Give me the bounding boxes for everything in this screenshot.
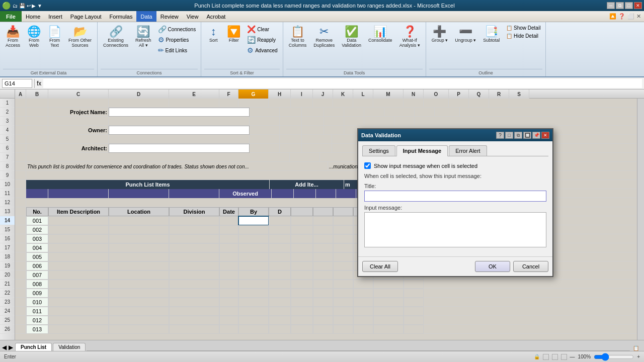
col-header-e[interactable]: E <box>169 89 219 99</box>
cell-h17[interactable] <box>269 243 291 252</box>
cell-d2[interactable] <box>109 108 250 117</box>
cell-l1[interactable] <box>353 99 373 108</box>
cell-h1[interactable] <box>269 99 291 108</box>
show-message-checkbox[interactable] <box>364 162 371 169</box>
minimize-btn[interactable]: ─ <box>607 2 615 9</box>
cell-g2[interactable] <box>250 108 280 117</box>
col-header-a[interactable]: A <box>15 89 26 99</box>
cell-c23[interactable] <box>48 298 109 307</box>
cell-g20[interactable] <box>238 270 269 280</box>
cell-d11[interactable] <box>109 189 169 198</box>
row-num-20[interactable]: 20 <box>0 270 15 280</box>
cell-n23[interactable] <box>404 298 424 307</box>
cell-k16[interactable] <box>333 234 353 243</box>
cell-c11[interactable] <box>48 189 109 198</box>
dialog-controls[interactable]: ? □ ⧉ 🔲 📌 ✕ <box>496 132 549 139</box>
cell-j14[interactable] <box>313 216 333 225</box>
sheet-tab-punch-list[interactable]: Punch List <box>15 343 52 351</box>
row-num-7[interactable]: 7 <box>0 153 15 162</box>
cell-j13[interactable] <box>313 207 333 216</box>
properties-btn[interactable]: ⚙ Properties <box>156 35 198 45</box>
from-text-btn[interactable]: 📄 FromText <box>45 24 64 50</box>
vertical-scrollbar[interactable] <box>637 99 644 340</box>
cell-e26[interactable] <box>169 325 219 334</box>
dialog-help-btn[interactable]: ? <box>496 132 504 139</box>
sort-btn[interactable]: ↕ Sort <box>204 24 222 45</box>
cell-b18[interactable]: 005 <box>26 252 48 261</box>
from-other-sources-btn[interactable]: 📂 From OtherSources <box>66 24 94 50</box>
row-num-23[interactable]: 23 <box>0 298 15 307</box>
cell-g21[interactable] <box>238 280 269 289</box>
cell-i26[interactable] <box>291 325 313 334</box>
row-num-6[interactable]: 6 <box>0 144 15 153</box>
clear-btn[interactable]: ❌ Clear <box>245 24 279 34</box>
menu-file[interactable]: File <box>0 11 22 22</box>
cell-h6[interactable] <box>280 144 302 153</box>
cell-i19[interactable] <box>291 261 313 270</box>
cell-b10-header[interactable]: Punch List Items <box>26 180 270 189</box>
cell-f22[interactable] <box>219 289 238 298</box>
cell-c3[interactable] <box>48 117 109 126</box>
cell-c5[interactable] <box>48 135 109 144</box>
cell-i15[interactable] <box>291 225 313 234</box>
cell-m1[interactable] <box>373 99 404 108</box>
cell-l22[interactable] <box>353 289 373 298</box>
cell-g23[interactable] <box>238 298 269 307</box>
row-num-2[interactable]: 2 <box>0 108 15 117</box>
cell-c25[interactable] <box>48 316 109 325</box>
cell-e22[interactable] <box>169 289 219 298</box>
cell-c1[interactable] <box>48 99 109 108</box>
cell-a3[interactable] <box>15 117 26 126</box>
cell-j3[interactable] <box>324 117 344 126</box>
cell-b6[interactable] <box>26 144 48 153</box>
cell-m23[interactable] <box>373 298 404 307</box>
menu-data[interactable]: Data <box>136 11 156 22</box>
cell-p1[interactable] <box>449 99 469 108</box>
sheet-nav-right[interactable]: ▶ <box>9 344 13 351</box>
from-access-btn[interactable]: 📥 FromAccess <box>3 24 23 50</box>
cell-a16[interactable] <box>15 234 26 243</box>
cell-b26[interactable]: 013 <box>26 325 48 334</box>
cell-i14[interactable] <box>291 216 313 225</box>
cell-c7[interactable] <box>48 153 290 162</box>
cell-f14[interactable] <box>219 216 238 225</box>
cell-o1[interactable] <box>424 99 449 108</box>
cell-reference[interactable] <box>2 79 32 88</box>
col-header-n[interactable]: N <box>404 89 424 99</box>
cell-b19[interactable]: 006 <box>26 261 48 270</box>
cell-j23[interactable] <box>313 298 333 307</box>
cell-m8[interactable]: ...munication. <box>328 162 358 171</box>
cell-j19[interactable] <box>313 261 333 270</box>
cell-h3[interactable] <box>280 117 302 126</box>
cell-g15[interactable] <box>238 225 269 234</box>
cell-a11[interactable] <box>15 189 26 198</box>
cell-g22[interactable] <box>238 289 269 298</box>
cell-k13[interactable] <box>333 207 353 216</box>
cell-f17[interactable] <box>219 243 238 252</box>
data-validation-btn[interactable]: ✅ DataValidation <box>339 24 364 50</box>
cell-j17[interactable] <box>313 243 333 252</box>
cell-b22[interactable]: 009 <box>26 289 48 298</box>
cell-a2[interactable] <box>15 108 26 117</box>
row-num-18[interactable]: 18 <box>0 252 15 261</box>
cell-m5[interactable] <box>302 135 332 144</box>
sheet-tab-validation[interactable]: Validation <box>53 343 86 351</box>
cell-k15[interactable] <box>333 225 353 234</box>
menu-insert[interactable]: Insert <box>44 11 66 22</box>
cell-h19[interactable] <box>269 261 291 270</box>
cell-a24[interactable] <box>15 307 26 316</box>
ok-btn[interactable]: OK <box>475 261 510 272</box>
advanced-btn[interactable]: ⚙ Advanced <box>245 45 279 55</box>
cell-d25[interactable] <box>109 316 169 325</box>
row-num-8[interactable]: 8 <box>0 162 15 171</box>
cell-h11[interactable] <box>272 189 294 198</box>
what-if-analysis-btn[interactable]: ❓ What-IfAnalysis ▾ <box>397 24 423 50</box>
cell-n24[interactable] <box>404 307 424 316</box>
cell-h20[interactable] <box>269 270 291 280</box>
cell-j2[interactable] <box>324 108 344 117</box>
cell-g25[interactable] <box>238 316 269 325</box>
cell-g4[interactable] <box>250 126 280 135</box>
cell-h24[interactable] <box>269 307 291 316</box>
cancel-btn[interactable]: Cancel <box>513 261 548 272</box>
cell-f21[interactable] <box>219 280 238 289</box>
